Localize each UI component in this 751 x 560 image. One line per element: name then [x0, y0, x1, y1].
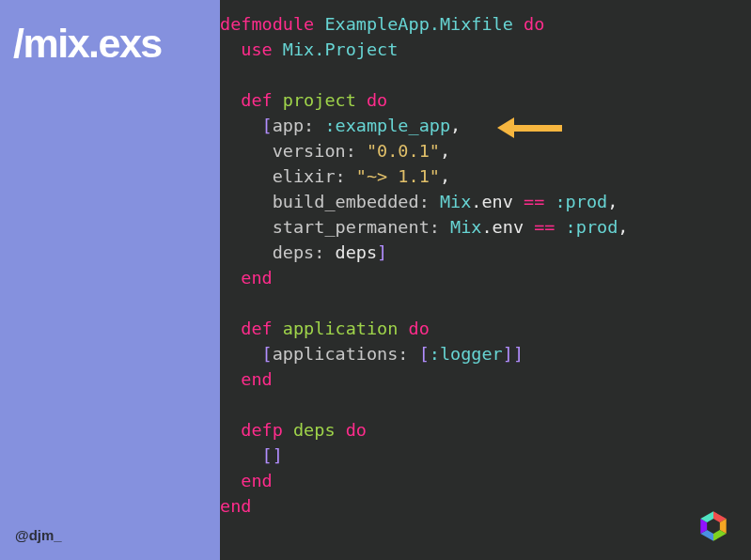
kw-end: end — [241, 268, 272, 288]
key-app: app: — [273, 116, 315, 135]
key-applications: applications: — [273, 344, 409, 364]
hex-logo-icon — [696, 509, 730, 543]
comma: , — [440, 166, 450, 186]
kw-end: end — [220, 496, 251, 516]
code-panel: defmodule ExampleApp.Mixfile do use Mix.… — [220, 0, 751, 560]
key-deps: deps: — [273, 242, 325, 262]
slide-sidebar: /mix.exs @djm_ — [0, 0, 220, 560]
op-eq: == — [534, 217, 555, 237]
bracket: ] — [503, 344, 513, 364]
module-name: ExampleApp.Mixfile — [324, 14, 512, 34]
mix-project: Mix.Project — [283, 39, 399, 59]
kw-do: do — [367, 90, 387, 110]
bracket: ] — [273, 445, 283, 465]
bracket: [ — [419, 344, 430, 364]
atom-prod: :prod — [555, 192, 607, 211]
bracket: [ — [262, 445, 273, 465]
kw-do: do — [409, 319, 430, 338]
str-elixir: "~> 1.1" — [356, 166, 440, 186]
fn-deps: deps — [293, 420, 336, 440]
fn-application: application — [283, 319, 399, 338]
atom-prod: :prod — [566, 217, 618, 237]
comma: , — [607, 192, 618, 211]
mix: Mix — [450, 217, 481, 237]
kw-def: def — [241, 90, 272, 110]
mix: Mix — [440, 192, 471, 211]
dot-env: .env — [471, 192, 513, 211]
file-title: /mix.exs — [0, 0, 220, 67]
atom-logger: :logger — [430, 344, 503, 364]
kw-end: end — [241, 471, 272, 490]
key-version: version: — [273, 141, 356, 161]
comma: , — [440, 141, 450, 161]
bracket: ] — [377, 242, 387, 262]
bracket: ] — [513, 344, 524, 364]
kw-use: use — [241, 39, 272, 59]
comma: , — [618, 217, 628, 237]
op-eq: == — [524, 192, 544, 211]
str-version: "0.0.1" — [367, 141, 440, 161]
deps-call: deps — [336, 242, 378, 262]
kw-do: do — [346, 420, 367, 440]
dot-env: .env — [481, 217, 524, 237]
kw-defp: defp — [241, 420, 283, 440]
bracket: [ — [262, 116, 273, 135]
atom-example-app: :example_app — [324, 116, 450, 135]
bracket: [ — [262, 344, 273, 364]
kw-defmodule: defmodule — [220, 14, 314, 34]
fn-project: project — [283, 90, 356, 110]
kw-do: do — [524, 14, 544, 34]
kw-end: end — [241, 369, 272, 389]
highlight-arrow-icon — [497, 117, 562, 138]
comma: , — [450, 116, 461, 135]
key-elixir: elixir: — [273, 166, 346, 186]
author-handle: @djm_ — [15, 527, 62, 543]
key-start-permanent: start_permanent: — [273, 217, 440, 237]
kw-def: def — [241, 319, 272, 338]
key-build-embedded: build_embedded: — [273, 192, 430, 211]
